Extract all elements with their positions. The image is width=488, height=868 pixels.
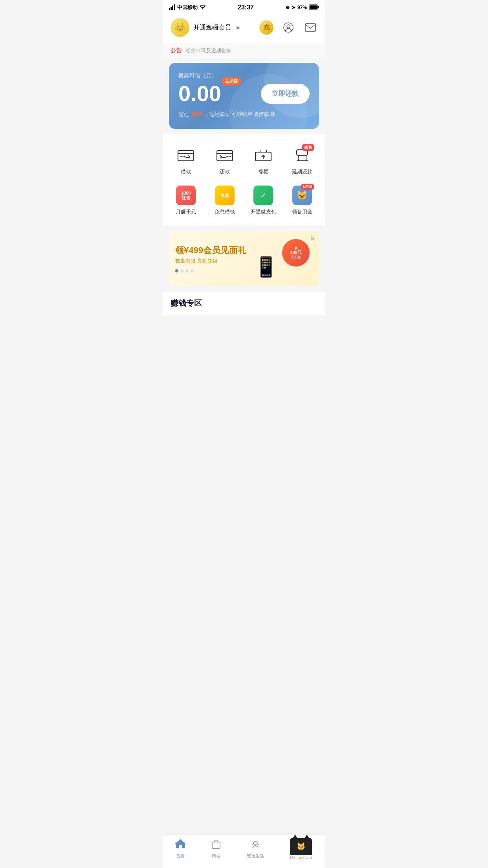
banner-dots xyxy=(175,269,246,272)
loan-icon xyxy=(176,145,196,165)
footer-normal: 您已 xyxy=(178,111,189,117)
dot-2 xyxy=(180,269,183,272)
action-monthly-earn-label: 月赚千元 xyxy=(176,208,196,215)
banner-left: 领¥499会员见面礼 数量有限 先到先得 xyxy=(175,245,246,273)
quick-actions: 借款 还款 提额 减免 xyxy=(163,134,325,226)
card-subtitle: 最高可借（元） xyxy=(178,72,310,79)
banner-right: 📱 领 100元 天天送 xyxy=(250,239,313,278)
reward-freq: 天天送 xyxy=(291,256,301,259)
svg-rect-12 xyxy=(217,151,233,161)
dot-1 xyxy=(175,269,178,272)
wifi-icon xyxy=(200,5,206,11)
notice-text: 贷款申请及逾期告知 xyxy=(185,47,231,54)
phone-icon: 📱 xyxy=(254,256,278,278)
action-raise[interactable]: 提额 xyxy=(244,142,283,182)
status-left: 中国移动 xyxy=(169,4,206,11)
banner-reward: 领 100元 天天送 xyxy=(282,239,310,267)
repay-button[interactable]: 立即还款 xyxy=(261,84,310,104)
carrier-label: 中国移动 xyxy=(177,4,198,11)
coin-button[interactable]: 充 xyxy=(259,20,273,35)
arrow-icon: ▶ xyxy=(237,25,240,30)
member-title: 开通逸骊会员 xyxy=(193,24,231,32)
action-repay[interactable]: 还款 xyxy=(205,142,244,182)
lock-icon: ⊕ xyxy=(286,5,290,10)
header-right: 充 xyxy=(259,20,317,35)
dot-3 xyxy=(185,269,189,272)
battery-icon xyxy=(309,4,319,11)
amount-wrapper: 0.00 去提额 xyxy=(178,83,221,105)
dot-4 xyxy=(191,269,194,272)
action-micro-pay-label: 开通微支付 xyxy=(251,208,276,215)
extend-badge: 减免 xyxy=(302,144,314,151)
loan-card: 最高可借（元） 0.00 去提额 立即还款 您已 逾期 ，需还款后可继续申请借款… xyxy=(169,63,319,129)
banner-title: 领¥499会员见面礼 xyxy=(175,245,246,256)
raise-icon xyxy=(253,145,273,165)
action-reserve-fund[interactable]: NEW 🐱 领备用金 xyxy=(283,182,322,222)
svg-rect-1 xyxy=(171,7,172,10)
action-reserve-fund-label: 领备用金 xyxy=(292,208,312,215)
svg-rect-6 xyxy=(317,6,319,8)
amount-badge[interactable]: 去提额 xyxy=(222,77,241,85)
repay-icon xyxy=(215,145,235,165)
action-loan[interactable]: 借款 xyxy=(167,142,205,182)
banner-close-button[interactable]: ✕ xyxy=(310,235,315,243)
crown-icon: 👑 xyxy=(171,18,189,37)
location-icon: ➤ xyxy=(292,5,295,10)
svg-rect-0 xyxy=(169,8,170,10)
action-interest-free[interactable]: 免息 免息借钱 xyxy=(205,182,244,222)
earn-section-title: 赚钱专区 xyxy=(163,292,325,313)
micro-pay-icon: ✓ xyxy=(253,186,273,205)
svg-point-4 xyxy=(202,8,204,9)
signal-icon xyxy=(169,4,175,11)
reward-label: 领 xyxy=(294,246,297,250)
promotional-banner[interactable]: 领¥499会员见面礼 数量有限 先到先得 📱 领 100元 天天送 ✕ xyxy=(169,231,319,286)
action-loan-label: 借款 xyxy=(181,168,191,175)
notice-bar[interactable]: 公告 贷款申请及逾期告知 xyxy=(163,43,325,58)
svg-rect-10 xyxy=(305,24,316,31)
svg-point-9 xyxy=(287,25,290,28)
reserve-badge: NEW xyxy=(301,184,314,190)
interest-free-icon: 免息 xyxy=(215,186,235,205)
monthly-earn-icon: 1000红包 xyxy=(176,186,196,205)
svg-rect-7 xyxy=(309,5,317,9)
action-extend[interactable]: 减免 延期还款 xyxy=(283,142,322,182)
svg-rect-2 xyxy=(172,6,173,10)
action-raise-label: 提额 xyxy=(258,168,268,175)
footer-suffix: ，需还款后可继续申请借款喔 xyxy=(204,111,275,117)
action-repay-label: 还款 xyxy=(220,168,230,175)
svg-rect-3 xyxy=(174,4,175,10)
service-button[interactable] xyxy=(281,20,295,35)
status-bar: 中国移动 23:37 ⊕ ➤ 97% xyxy=(163,0,325,13)
earn-section: 赚钱专区 xyxy=(163,292,325,315)
time-display: 23:37 xyxy=(238,4,254,11)
overdue-text: 逾期 xyxy=(191,111,202,117)
battery-percent: 97% xyxy=(297,5,307,10)
header: 👑 开通逸骊会员 ▶ 充 xyxy=(163,13,325,43)
reward-amount: 100元 xyxy=(290,250,301,255)
loan-amount: 0.00 xyxy=(178,83,221,105)
notice-label: 公告 xyxy=(171,47,182,54)
header-left[interactable]: 👑 开通逸骊会员 ▶ xyxy=(171,18,240,37)
banner-subtitle: 数量有限 先到先得 xyxy=(175,257,246,265)
card-footer: 您已 逾期 ，需还款后可继续申请借款喔 xyxy=(178,111,310,118)
action-micro-pay[interactable]: ✓ 开通微支付 xyxy=(244,182,283,222)
mail-button[interactable] xyxy=(303,20,317,35)
card-amount-row: 0.00 去提额 立即还款 xyxy=(178,83,310,105)
action-monthly-earn[interactable]: 1000红包 月赚千元 xyxy=(167,182,205,222)
action-extend-label: 延期还款 xyxy=(292,168,312,175)
action-interest-free-label: 免息借钱 xyxy=(215,208,235,215)
status-right: ⊕ ➤ 97% xyxy=(286,4,319,11)
svg-rect-11 xyxy=(178,151,194,161)
